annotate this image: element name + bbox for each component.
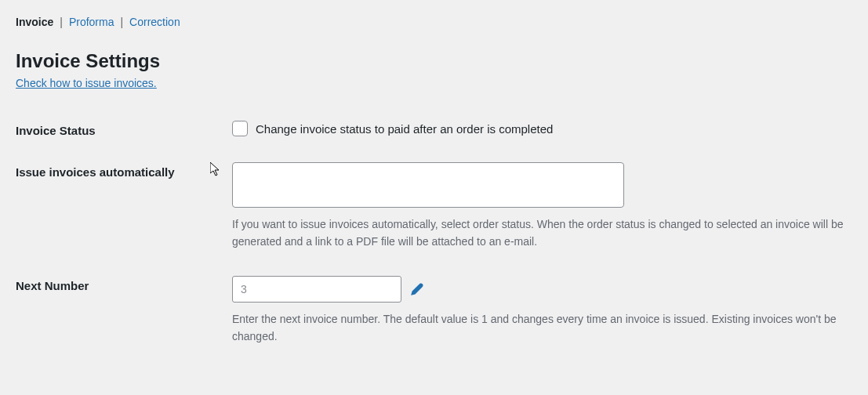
desc-issue-auto: If you want to issue invoices automatica… [232, 216, 852, 251]
row-next-number: Next Number Enter the next invoice numbe… [16, 276, 852, 346]
tab-separator: | [60, 16, 63, 28]
row-invoice-status: Invoice Status Change invoice status to … [16, 121, 852, 137]
checkbox-wrapper: Change invoice status to paid after an o… [232, 121, 852, 136]
checkbox-invoice-status[interactable] [232, 121, 248, 136]
checkbox-label-invoice-status: Change invoice status to paid after an o… [256, 122, 553, 136]
field-invoice-status: Change invoice status to paid after an o… [232, 121, 852, 136]
tab-proforma[interactable]: Proforma [69, 16, 114, 28]
field-issue-auto: If you want to issue invoices automatica… [232, 162, 852, 251]
row-issue-auto: Issue invoices automatically If you want… [16, 162, 852, 251]
field-next-number: Enter the next invoice number. The defau… [232, 276, 852, 346]
label-issue-auto: Issue invoices automatically [16, 162, 232, 179]
tab-invoice[interactable]: Invoice [16, 16, 53, 28]
tab-correction[interactable]: Correction [129, 16, 180, 28]
label-next-number: Next Number [16, 276, 232, 292]
page-title: Invoice Settings [16, 50, 852, 72]
tabs: Invoice | Proforma | Correction [16, 16, 852, 28]
tab-separator: | [120, 16, 123, 28]
label-invoice-status: Invoice Status [16, 121, 232, 137]
select-issue-auto[interactable] [232, 162, 624, 208]
input-next-number[interactable] [232, 276, 401, 303]
number-row [232, 276, 852, 303]
help-link[interactable]: Check how to issue invoices. [16, 77, 157, 89]
desc-next-number: Enter the next invoice number. The defau… [232, 310, 852, 346]
pencil-icon[interactable] [411, 283, 423, 295]
